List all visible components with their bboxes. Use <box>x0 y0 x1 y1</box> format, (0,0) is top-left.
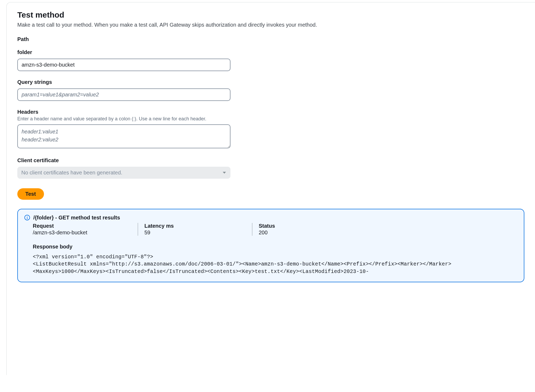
status-value: 200 <box>259 230 516 236</box>
path-section: Path <box>17 36 524 42</box>
request-value: /amzn-s3-demo-bucket <box>33 230 131 236</box>
test-method-panel: Test method Make a test call to your met… <box>6 2 535 375</box>
page-subtitle: Make a test call to your method. When yo… <box>17 21 524 29</box>
svg-rect-1 <box>27 217 27 219</box>
response-body-label: Response body <box>33 244 516 250</box>
info-icon <box>24 215 30 220</box>
headers-input[interactable] <box>17 124 230 148</box>
results-metrics: Request /amzn-s3-demo-bucket Latency ms … <box>33 223 516 236</box>
query-field-group: Query strings <box>17 79 524 101</box>
test-button[interactable]: Test <box>17 188 44 200</box>
headers-hint: Enter a header name and value separated … <box>17 116 524 122</box>
path-label: Path <box>17 36 524 42</box>
client-certificate-label: Client certificate <box>17 157 524 164</box>
metric-status: Status 200 <box>252 223 516 236</box>
folder-input[interactable] <box>17 59 230 71</box>
response-body: <?xml version="1.0" encoding="UTF-8"?> <… <box>33 254 516 275</box>
query-strings-label: Query strings <box>17 79 524 85</box>
cert-field-group: Client certificate No client certificate… <box>17 157 524 179</box>
headers-field-group: Headers Enter a header name and value se… <box>17 109 524 149</box>
latency-label: Latency ms <box>144 223 246 229</box>
metric-latency: Latency ms 59 <box>138 223 252 236</box>
latency-value: 59 <box>144 230 246 236</box>
query-strings-input[interactable] <box>17 88 230 101</box>
test-results-panel: /{folder} - GET method test results Requ… <box>17 209 524 282</box>
svg-rect-2 <box>27 216 27 217</box>
status-label: Status <box>259 223 516 229</box>
metric-request: Request /amzn-s3-demo-bucket <box>33 223 138 236</box>
page-title: Test method <box>17 10 524 19</box>
results-title: /{folder} - GET method test results <box>33 215 120 221</box>
request-label: Request <box>33 223 131 229</box>
headers-label: Headers <box>17 109 524 115</box>
client-certificate-select[interactable]: No client certificates have been generat… <box>17 167 230 179</box>
folder-label: folder <box>17 49 524 55</box>
folder-field-group: folder <box>17 49 524 71</box>
